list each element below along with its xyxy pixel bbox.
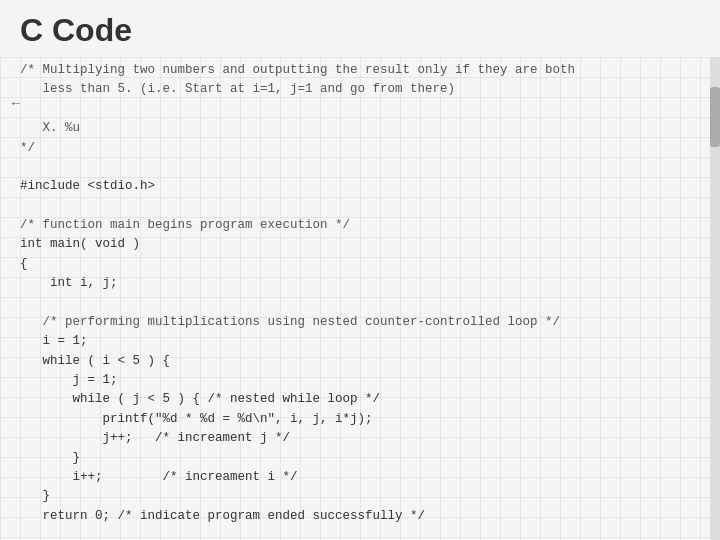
code-line: } (20, 487, 700, 506)
code-line (20, 100, 700, 119)
code-line: /* performing multiplications using nest… (20, 313, 700, 332)
content-area: ← /* Multiplying two numbers and outputt… (0, 57, 720, 540)
code-line (20, 158, 700, 177)
page: C Code ← /* Multiplying two numbers and … (0, 0, 720, 540)
code-line: i = 1; (20, 332, 700, 351)
code-section-comment: ← /* Multiplying two numbers and outputt… (20, 61, 700, 540)
code-line: j++; /* increament j */ (20, 429, 700, 448)
code-line: j = 1; (20, 371, 700, 390)
code-line: { (20, 255, 700, 274)
code-block: ← /* Multiplying two numbers and outputt… (20, 61, 700, 540)
code-line: while ( j < 5 ) { /* nested while loop *… (20, 390, 700, 409)
code-line: int main( void ) (20, 235, 700, 254)
code-line: printf("%d * %d = %d\n", i, j, i*j); (20, 410, 700, 429)
arrow-marker: ← (12, 94, 20, 114)
code-line: #include <stdio.h> (20, 177, 700, 196)
code-line: int i, j; (20, 274, 700, 293)
code-line: i++; /* increament i */ (20, 468, 700, 487)
title-bar: C Code (0, 0, 720, 57)
code-line: less than 5. (i.e. Start at i=1, j=1 and… (20, 80, 700, 99)
code-line: X. %u (20, 119, 700, 138)
scrollbar[interactable] (710, 57, 720, 540)
code-line: while ( i < 5 ) { (20, 352, 700, 371)
code-line (20, 197, 700, 216)
code-line (20, 526, 700, 540)
code-line: return 0; /* indicate program ended succ… (20, 507, 700, 526)
code-line: /* function main begins program executio… (20, 216, 700, 235)
page-title: C Code (20, 12, 132, 48)
code-line: } (20, 449, 700, 468)
code-line: */ (20, 139, 700, 158)
code-line: /* Multiplying two numbers and outputtin… (20, 61, 700, 80)
scrollbar-thumb[interactable] (710, 87, 720, 147)
code-line (20, 294, 700, 313)
